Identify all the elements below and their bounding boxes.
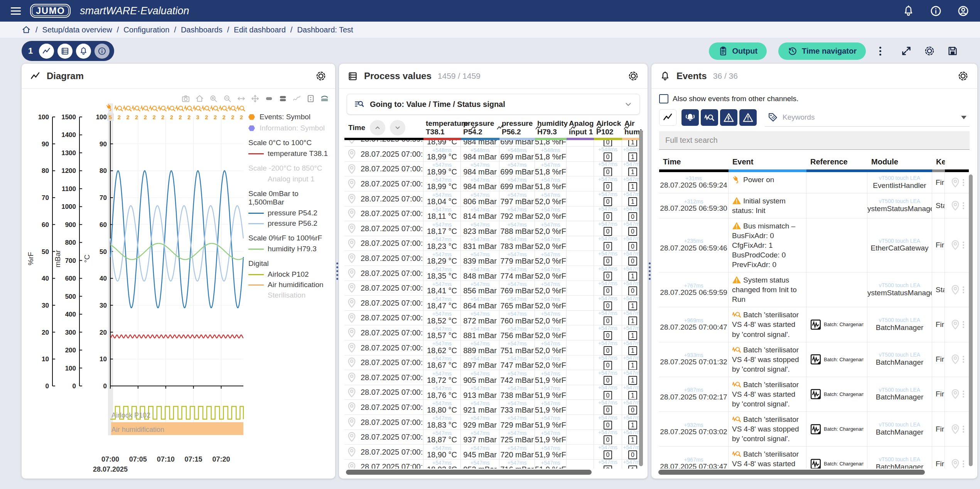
view-toggle-info-icon[interactable] — [94, 44, 110, 59]
events-column-header[interactable]: Module — [867, 156, 932, 169]
batch-event-marker[interactable]: 2 — [228, 106, 236, 120]
save-icon[interactable] — [947, 45, 958, 57]
filter-trend-button[interactable] — [659, 109, 676, 126]
pin-icon[interactable] — [950, 284, 961, 296]
pin-icon[interactable] — [346, 431, 358, 443]
process-value-row[interactable]: 28.07.2025 07:00:16+547ms18,76 °C+547ms9… — [344, 385, 643, 400]
info-icon[interactable] — [930, 5, 942, 17]
pin-icon[interactable] — [346, 312, 358, 324]
home-icon[interactable] — [22, 25, 31, 34]
process-value-row[interactable]: 28.07.2025 07:00:06+547ms18,23 °C+547ms8… — [344, 236, 643, 251]
process-values-horizontal-scrollbar[interactable] — [345, 470, 641, 475]
breadcrumb-item[interactable]: Dashboard: Test — [297, 25, 353, 34]
batch-event-marker[interactable]: 2 — [237, 106, 245, 120]
event-row[interactable]: +235ms28.07.2025 06:59:46Bus mismatch – … — [659, 218, 973, 272]
process-value-row[interactable]: 28.07.2025 07:00:05+547ms18,17 °C+547ms8… — [344, 221, 643, 236]
batch-event-marker[interactable]: 2 — [132, 106, 140, 120]
process-value-row[interactable]: 28.07.2025 07:00:07+547ms18,29 °C+547ms8… — [344, 251, 643, 266]
row-down-button[interactable] — [390, 120, 405, 135]
batch-event-marker[interactable]: 2 — [175, 106, 184, 120]
batch-event-marker[interactable]: 2 — [158, 106, 166, 120]
fullscreen-icon[interactable] — [901, 45, 912, 57]
legend-item[interactable]: Airlock P102 — [248, 270, 331, 279]
settings-gear-icon[interactable] — [924, 45, 935, 57]
full-text-search-input[interactable] — [659, 131, 970, 150]
filter-batch-button[interactable] — [701, 109, 718, 126]
batch-event-marker[interactable]: 2 — [115, 106, 123, 120]
legend-symbol-item[interactable]: Events: Symbol — [248, 113, 331, 121]
row-kebab-icon[interactable] — [963, 242, 964, 249]
time-navigator-button[interactable]: Time navigator — [778, 42, 866, 60]
compare-b-icon[interactable] — [278, 94, 287, 103]
pv-column-header[interactable]: Time — [344, 118, 423, 138]
pv-column-header[interactable]: AirlockP102 — [594, 118, 622, 138]
breadcrumb-item[interactable]: Dashboards — [181, 25, 223, 34]
line-mode-icon[interactable] — [292, 94, 301, 103]
pin-icon[interactable] — [346, 267, 358, 279]
camera-icon[interactable] — [181, 94, 190, 103]
pin-icon[interactable] — [346, 446, 358, 458]
pin-icon[interactable] — [346, 297, 358, 309]
process-value-row[interactable]: 28.07.2025 07:00:19+547ms18,87 °C+547ms9… — [344, 430, 643, 445]
pin-icon[interactable] — [950, 319, 961, 330]
pin-icon[interactable] — [346, 163, 358, 175]
pan-icon[interactable] — [251, 94, 260, 103]
pin-icon[interactable] — [346, 140, 358, 145]
pin-icon[interactable] — [346, 372, 358, 383]
pin-icon[interactable] — [950, 423, 961, 435]
axis-range-icon[interactable] — [306, 94, 315, 103]
process-value-row[interactable]: 28.07.2025 07:00:13+547ms18,62 °C+547ms8… — [344, 340, 643, 355]
legend-item[interactable]: Air humidification — [248, 281, 331, 289]
pin-icon[interactable] — [950, 354, 961, 365]
pin-icon[interactable] — [346, 208, 358, 219]
process-value-row[interactable]: 28.07.2025 07:00:09+547ms18,41 °C+547ms8… — [344, 281, 643, 296]
pv-column-header[interactable]: pressureP56.2 — [499, 118, 535, 138]
stacked-axes-icon[interactable] — [320, 94, 329, 103]
view-toggle-trend-icon[interactable] — [39, 44, 54, 59]
process-value-row[interactable]: 28.07.2025 07:00:12+547ms18,57 °C+547ms8… — [344, 325, 643, 340]
compare-a-icon[interactable] — [265, 94, 273, 103]
notifications-bell-icon[interactable] — [902, 5, 914, 17]
menu-icon[interactable] — [11, 7, 21, 15]
batch-event-marker[interactable]: 2 — [150, 106, 158, 120]
process-value-row[interactable]: 28.07.2025 07:00:11+547ms18,52 °C+547ms8… — [344, 311, 643, 326]
legend-item[interactable]: Analog input 1 — [248, 175, 331, 183]
events-column-header[interactable]: Time — [659, 156, 729, 169]
process-value-row[interactable]: 28.07.2025 07:00:14+547ms18,67 °C+547ms8… — [344, 355, 643, 371]
events-column-header[interactable]: Event — [729, 156, 806, 169]
pin-icon[interactable] — [346, 387, 358, 398]
events-settings-gear-icon[interactable] — [957, 70, 969, 82]
event-row[interactable]: +767ms28.07.2025 06:59:59System status c… — [659, 272, 973, 307]
events-horizontal-scrollbar[interactable] — [658, 470, 971, 475]
panel-resize-handle[interactable] — [335, 64, 339, 479]
pin-icon[interactable] — [346, 252, 358, 264]
breadcrumb-item[interactable]: Edit dashboard — [234, 25, 286, 34]
panel-resize-handle[interactable] — [648, 64, 651, 479]
batch-event-marker[interactable]: 2 — [123, 106, 132, 120]
pin-icon[interactable] — [346, 401, 358, 413]
process-value-row[interactable]: 28.07.2025 07:00:10+547ms18,47 °C+547ms8… — [344, 296, 643, 311]
pin-icon[interactable] — [346, 461, 358, 469]
pin-icon[interactable] — [950, 177, 961, 188]
row-kebab-icon[interactable] — [963, 179, 964, 186]
legend-item[interactable]: humidity H79.3 — [248, 245, 331, 253]
show-other-channels-checkbox[interactable]: Also show events from other channels. — [659, 94, 970, 103]
pv-column-header[interactable]: Analoginput 1 — [567, 118, 594, 138]
process-value-row[interactable]: 28.07.2025 07:00:20+547ms18,90 °C+547ms9… — [344, 445, 643, 460]
process-value-row[interactable]: 28.07.2025 07:00:15+547ms18,72 °C+547ms9… — [344, 370, 643, 385]
pin-icon[interactable] — [346, 327, 358, 338]
pin-icon[interactable] — [346, 416, 358, 428]
process-values-settings-gear-icon[interactable] — [627, 70, 639, 82]
process-value-row[interactable]: 28.07.2025 06:59:59+548ms18,99 °C+548ms9… — [344, 140, 643, 147]
pin-icon[interactable] — [346, 178, 358, 190]
pv-column-header[interactable]: pressureP54.2 — [461, 118, 499, 138]
process-value-row[interactable]: 28.07.2025 07:00:01+547ms18,99 °C+547ms9… — [344, 162, 643, 177]
event-row[interactable]: +933ms28.07.2025 07:01:32Batch 'sterilis… — [659, 342, 973, 377]
process-values-vertical-scrollbar[interactable] — [639, 130, 643, 466]
view-toggle-bell-icon[interactable] — [76, 44, 91, 59]
process-value-row[interactable]: 28.07.2025 07:00:02+547ms18,99 °C+547ms9… — [344, 176, 643, 191]
row-kebab-icon[interactable] — [963, 356, 964, 363]
pin-icon[interactable] — [346, 282, 358, 294]
pin-icon[interactable] — [950, 458, 961, 469]
event-row[interactable]: +31ms28.07.2025 06:59:24Power onvT500 to… — [659, 172, 973, 193]
